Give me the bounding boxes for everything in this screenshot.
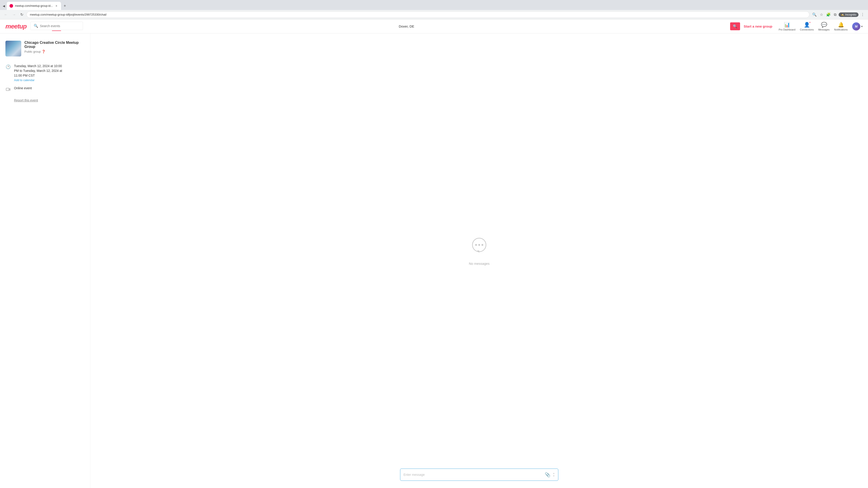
user-avatar: M — [852, 22, 860, 31]
help-icon[interactable]: ❓ — [41, 50, 45, 53]
meetup-header: meetup 🔍 Dover, DE 🔍 Start a new group 📊… — [0, 20, 868, 33]
pro-dashboard-label: Pro Dashboard — [779, 28, 796, 31]
event-date-line3: 11:00 PM CST — [14, 73, 62, 78]
svg-point-4 — [482, 244, 483, 246]
no-messages-label: No messages — [469, 262, 490, 265]
group-image-inner — [5, 41, 21, 57]
back-button[interactable]: ← — [3, 12, 9, 18]
address-bar[interactable]: meetup.com/meetup-group-idfjoojl/events/… — [26, 11, 809, 18]
address-text: meetup.com/meetup-group-idfjoojl/events/… — [30, 13, 806, 16]
event-date-row: 🕐 Tuesday, March 12, 2024 at 10:00 PM to… — [5, 64, 85, 82]
start-group-button[interactable]: Start a new group — [744, 24, 772, 28]
scroll-down-arrow: ▼ — [553, 475, 555, 477]
report-event-link[interactable]: Report this event — [5, 98, 38, 102]
group-info: Chicago Creative Circle Meetup Group Pub… — [5, 41, 85, 57]
clock-icon: 🕐 — [5, 64, 11, 70]
connections-notification-dot — [809, 22, 811, 23]
event-details: 🕐 Tuesday, March 12, 2024 at 10:00 PM to… — [5, 64, 85, 102]
nav-pro-dashboard[interactable]: 📊 Pro Dashboard — [779, 22, 796, 31]
new-tab-button[interactable]: + — [62, 3, 68, 9]
notifications-icon: 🔔 — [838, 22, 844, 28]
incognito-label: Incognito — [845, 13, 856, 16]
report-row: Report this event — [5, 97, 85, 102]
messages-icon: 💬 — [821, 22, 827, 28]
more-button[interactable]: ⋮ — [860, 11, 865, 18]
avatar-chevron-icon: ▾ — [861, 25, 863, 28]
search-submit-button[interactable]: 🔍 — [730, 22, 740, 30]
incognito-icon: 🕵 — [841, 13, 844, 16]
group-text: Chicago Creative Circle Meetup Group Pub… — [24, 41, 85, 53]
event-location-row: Online event — [5, 86, 85, 92]
left-panel: Chicago Creative Circle Meetup Group Pub… — [0, 33, 90, 488]
nav-actions: 📊 Pro Dashboard 👤 Connections 💬 Messages… — [779, 22, 863, 31]
main-content: Chicago Creative Circle Meetup Group Pub… — [0, 33, 868, 488]
group-type: Public group ❓ — [24, 50, 85, 53]
connections-label: Connections — [800, 28, 814, 31]
connections-icon: 👤 — [804, 22, 810, 28]
group-name: Chicago Creative Circle Meetup Group — [24, 41, 85, 49]
tab-title: meetup.com/meetup-group-id... — [15, 4, 53, 7]
scroll-indicator: ▲ ▼ — [553, 472, 555, 477]
search-underline — [52, 31, 61, 31]
search-icon: 🔍 — [34, 24, 38, 28]
tab-favicon — [9, 4, 13, 8]
bookmark-button[interactable]: ☆ — [819, 11, 824, 18]
tab-close-button[interactable]: × — [55, 4, 58, 8]
group-type-label: Public group — [24, 50, 41, 53]
svg-rect-0 — [6, 88, 9, 91]
address-bar-row: ← → ↻ meetup.com/meetup-group-idfjoojl/e… — [0, 10, 868, 19]
scroll-up-arrow: ▲ — [553, 472, 555, 475]
user-avatar-wrapper[interactable]: M ▾ — [852, 22, 863, 31]
chat-panel: No messages 📎 ▲ ▼ — [90, 33, 868, 488]
split-button[interactable]: ⧉ — [833, 12, 837, 18]
event-date-line2: PM to Tuesday, March 12, 2024 at — [14, 68, 62, 73]
nav-connections[interactable]: 👤 Connections — [800, 22, 814, 31]
video-icon — [5, 87, 11, 92]
attach-button[interactable]: 📎 — [544, 471, 551, 478]
svg-point-3 — [478, 244, 480, 246]
pro-dashboard-icon: 📊 — [784, 22, 790, 28]
location-display: Dover, DE — [87, 24, 727, 28]
search-submit-icon: 🔍 — [733, 24, 737, 28]
extension-button[interactable]: 🧩 — [825, 11, 832, 18]
active-tab[interactable]: meetup.com/meetup-group-id... × — [7, 2, 61, 10]
message-input-box: 📎 ▲ ▼ — [400, 468, 558, 481]
search-input[interactable] — [40, 24, 80, 28]
chat-bubble-icon — [470, 236, 488, 258]
nav-messages[interactable]: 💬 Messages — [818, 22, 830, 31]
message-input[interactable] — [403, 473, 544, 477]
meetup-logo[interactable]: meetup — [5, 23, 27, 30]
reload-button[interactable]: ↻ — [19, 11, 25, 18]
message-input-area: 📎 ▲ ▼ — [400, 468, 558, 481]
tab-bar: ◀ meetup.com/meetup-group-id... × + — [0, 0, 868, 10]
incognito-badge: 🕵 Incognito — [839, 12, 859, 17]
messages-label: Messages — [818, 28, 830, 31]
search-bar-wrapper: 🔍 — [30, 22, 83, 31]
svg-point-2 — [475, 244, 477, 246]
no-messages-area: No messages — [469, 42, 490, 459]
group-image — [5, 41, 21, 57]
avatar-text: M — [855, 25, 858, 28]
nav-notifications[interactable]: 🔔 Notifications — [834, 22, 848, 31]
notifications-label: Notifications — [834, 28, 848, 31]
search-bar[interactable]: 🔍 — [30, 22, 83, 30]
browser-search-button[interactable]: 🔍 — [811, 11, 817, 18]
tab-group-button[interactable]: ◀ — [2, 3, 6, 8]
event-date-line1: Tuesday, March 12, 2024 at 10:00 — [14, 64, 62, 68]
browser-actions: 🔍 ☆ 🧩 ⧉ 🕵 Incognito ⋮ — [811, 11, 865, 18]
event-date-info: Tuesday, March 12, 2024 at 10:00 PM to T… — [14, 64, 62, 82]
browser-chrome: ◀ meetup.com/meetup-group-id... × + ← → … — [0, 0, 868, 20]
forward-button[interactable]: → — [11, 12, 17, 18]
add-calendar-link[interactable]: Add to calendar — [14, 78, 62, 82]
online-event-text: Online event — [14, 86, 32, 90]
